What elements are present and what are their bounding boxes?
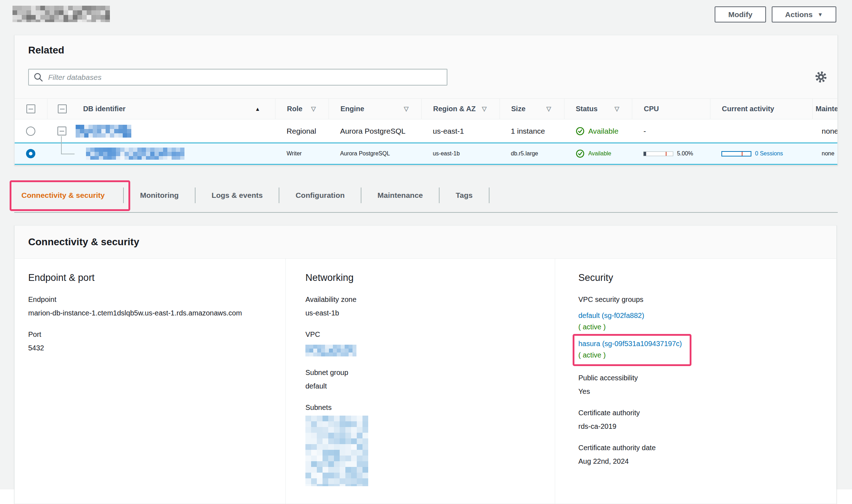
search-icon xyxy=(33,72,44,83)
endpoint-label: Endpoint xyxy=(28,294,271,305)
security-column: Security VPC security groups default (sg… xyxy=(555,259,836,504)
vpc-label: VPC xyxy=(305,329,555,340)
filter-databases-searchbox[interactable] xyxy=(28,69,447,86)
rds-console-screen: Modify Actions ▼ Related xyxy=(0,0,852,504)
related-databases-card: Related DB identifi xyxy=(14,35,838,165)
sessions-link[interactable]: 0 Sessions xyxy=(755,150,783,157)
security-group-hasura-link[interactable]: hasura (sg-09f531a109437197c) xyxy=(578,340,682,348)
subnet-group-label: Subnet group xyxy=(305,367,555,378)
db-identifier-cell[interactable] xyxy=(47,143,275,164)
db-identifier-redacted xyxy=(76,125,135,138)
column-label: Current activity xyxy=(722,105,774,113)
db-identifier-cell[interactable] xyxy=(47,119,275,143)
header-actions: Modify Actions ▼ xyxy=(715,6,836,22)
detail-tabs: Connectivity & security Monitoring Logs … xyxy=(14,178,838,213)
networking-title: Networking xyxy=(305,272,555,283)
search-input[interactable] xyxy=(44,70,447,85)
row-select-cell[interactable] xyxy=(15,119,47,143)
table-row-instance-selected[interactable]: Writer Aurora PostgreSQL us-east-1b db.r… xyxy=(15,143,837,165)
endpoint-port-title: Endpoint & port xyxy=(28,272,271,283)
networking-column: Networking Availability zone us-east-1b … xyxy=(286,259,555,504)
certificate-authority-value: rds-ca-2019 xyxy=(578,421,836,432)
port-label: Port xyxy=(28,329,271,340)
column-db-identifier[interactable]: DB identifier ▲ xyxy=(47,99,275,119)
endpoint-port-column: Endpoint & port Endpoint marion-db-insta… xyxy=(15,259,286,504)
engine-cell: Aurora PostgreSQL xyxy=(329,119,421,143)
availability-zone-value: us-east-1b xyxy=(305,308,555,318)
cpu-utilization-bar xyxy=(643,151,673,156)
endpoint-value: marion-db-instance-1.ctem1dslqb5w.us-eas… xyxy=(28,308,271,318)
tab-connectivity-security[interactable]: Connectivity & security xyxy=(14,191,123,200)
security-group-status: ( active ) xyxy=(578,321,836,333)
public-accessibility-value: Yes xyxy=(578,386,836,397)
table-row-cluster[interactable]: Regional Aurora PostgreSQL us-east-1 1 i… xyxy=(15,119,837,143)
subnet-group-value: default xyxy=(305,381,555,391)
port-value: 5432 xyxy=(28,343,271,353)
security-group-default-link[interactable]: default (sg-f02fa882) xyxy=(578,312,644,319)
column-region-az[interactable]: Region & AZ ▽ xyxy=(421,99,499,119)
vpc-security-groups-label: VPC security groups xyxy=(578,294,836,305)
row-select-cell[interactable] xyxy=(15,143,47,164)
size-cell: 1 instance xyxy=(499,119,564,143)
column-size[interactable]: Size ▽ xyxy=(499,99,564,119)
tab-logs-events[interactable]: Logs & events xyxy=(196,191,279,200)
sort-ascending-icon[interactable]: ▲ xyxy=(255,106,260,112)
related-section-title: Related xyxy=(28,45,64,56)
column-cpu: CPU xyxy=(632,99,710,119)
tab-monitoring[interactable]: Monitoring xyxy=(124,191,194,200)
column-maintenance: Maintenance xyxy=(812,99,837,119)
filter-icon[interactable]: ▽ xyxy=(404,105,409,113)
tab-maintenance[interactable]: Maintenance xyxy=(361,191,439,200)
panel-title: Connectivity & security xyxy=(15,226,836,259)
filter-icon[interactable]: ▽ xyxy=(311,105,316,113)
certificate-authority-label: Certificate authority xyxy=(578,407,836,418)
column-label: CPU xyxy=(644,105,659,113)
maintenance-cell: none xyxy=(812,119,837,143)
databases-table: DB identifier ▲ Role ▽ Engine ▽ Region &… xyxy=(15,98,837,165)
filter-icon[interactable]: ▽ xyxy=(547,105,551,113)
subnets-list-redacted[interactable] xyxy=(305,416,371,486)
vpc-value-redacted[interactable] xyxy=(305,345,359,356)
role-cell: Regional xyxy=(275,119,329,143)
column-role[interactable]: Role ▽ xyxy=(275,99,329,119)
actions-menu-button[interactable]: Actions ▼ xyxy=(772,6,836,22)
radio-selected[interactable] xyxy=(26,149,35,158)
status-cell: Available xyxy=(564,119,632,143)
column-label: Region & AZ xyxy=(433,105,476,113)
security-title: Security xyxy=(578,272,836,283)
table-header-row: DB identifier ▲ Role ▽ Engine ▽ Region &… xyxy=(15,99,837,119)
expand-toggle-icon[interactable] xyxy=(58,104,67,113)
column-engine[interactable]: Engine ▽ xyxy=(329,99,421,119)
filter-icon[interactable]: ▽ xyxy=(614,105,619,113)
table-preferences-button[interactable] xyxy=(815,71,827,84)
annotation-box-hasura-group: hasura (sg-09f531a109437197c) ( active ) xyxy=(573,334,691,366)
public-accessibility-label: Public accessibility xyxy=(578,372,836,383)
collapse-row-icon[interactable] xyxy=(57,127,66,135)
db-identifier-redacted xyxy=(86,148,186,160)
column-label: Role xyxy=(287,105,302,113)
column-status[interactable]: Status ▽ xyxy=(564,99,632,119)
select-all-cell[interactable] xyxy=(15,99,47,119)
certificate-authority-date-label: Certificate authority date xyxy=(578,442,836,453)
radio-unselected[interactable] xyxy=(26,127,35,136)
filter-icon[interactable]: ▽ xyxy=(482,105,487,113)
chevron-down-icon: ▼ xyxy=(818,12,823,17)
availability-zone-label: Availability zone xyxy=(305,294,555,305)
connectivity-security-panel: Connectivity & security Endpoint & port … xyxy=(14,225,837,504)
modify-button[interactable]: Modify xyxy=(715,6,766,22)
current-activity-cell xyxy=(710,119,812,143)
column-label: Status xyxy=(576,105,598,113)
tab-configuration[interactable]: Configuration xyxy=(279,191,361,200)
cpu-cell: 5.00% xyxy=(632,143,710,164)
status-cell: Available xyxy=(564,143,632,164)
column-label: Maintenance xyxy=(816,105,837,113)
column-label: Engine xyxy=(340,105,364,113)
tree-connector-horizontal xyxy=(61,154,75,154)
collapse-all-icon[interactable] xyxy=(26,104,35,113)
tab-divider xyxy=(489,187,490,203)
tab-tags[interactable]: Tags xyxy=(440,191,488,200)
certificate-authority-date-value: Aug 22nd, 2024 xyxy=(578,456,836,467)
cpu-value: 5.00% xyxy=(677,150,693,157)
column-current-activity: Current activity xyxy=(710,99,812,119)
region-az-cell: us-east-1 xyxy=(421,119,499,143)
